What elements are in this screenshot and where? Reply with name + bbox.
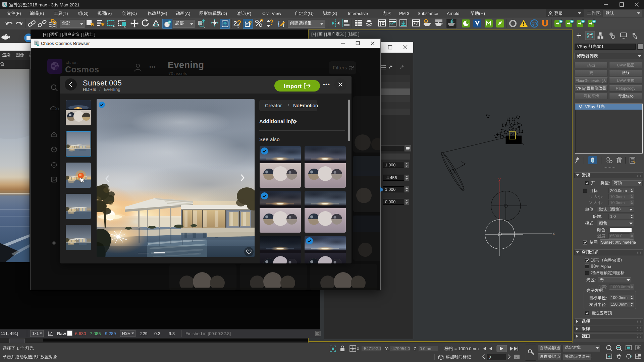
svg-text:x: x	[553, 231, 555, 236]
svg-text:y: y	[498, 177, 500, 182]
svg-text:3: 3	[35, 41, 37, 46]
svg-text:QR: QR	[532, 22, 537, 26]
svg-text:3: 3	[4, 2, 6, 7]
svg-text:0: 0	[489, 355, 491, 360]
svg-text:O: O	[56, 107, 59, 111]
svg-text:{: {	[278, 20, 280, 27]
svg-text:2: 2	[233, 20, 237, 27]
